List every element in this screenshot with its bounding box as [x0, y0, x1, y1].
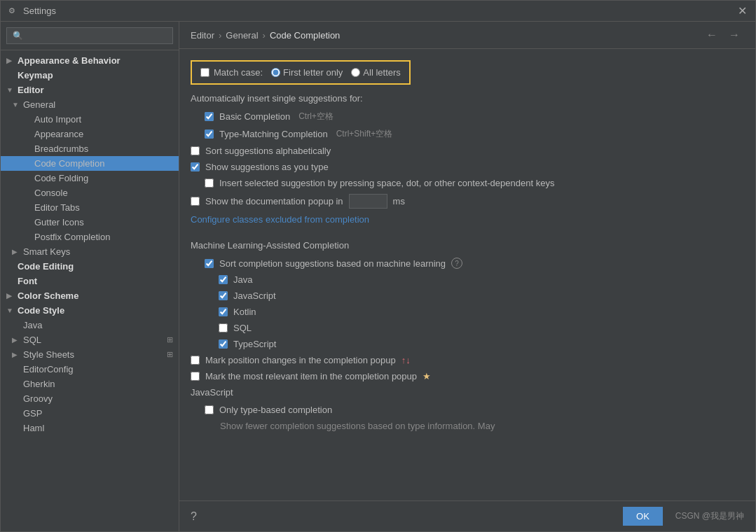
sidebar-item-editorconfig[interactable]: EditorConfig — [1, 362, 179, 377]
search-box — [1, 22, 179, 50]
all-letters-radio[interactable] — [351, 68, 360, 77]
sidebar-item-haml[interactable]: Haml — [1, 421, 179, 435]
right-panel: Editor › General › Code Completion ← → — [179, 22, 755, 531]
sidebar-item-sql[interactable]: ▶ SQL ⊞ — [1, 332, 179, 347]
ml-language-options: Java JavaScript Kotlin — [205, 274, 744, 349]
watermark-text: CSGN @我是男神 — [675, 510, 744, 522]
star-icon: ★ — [422, 371, 431, 382]
typescript-checkbox[interactable] — [219, 340, 228, 349]
sidebar-item-font[interactable]: Font — [1, 274, 179, 288]
first-letter-only-radio-label[interactable]: First letter only — [271, 67, 343, 78]
doc-popup-value-input[interactable]: 1000 — [349, 194, 387, 209]
basic-completion-row-wrapper: Basic Completion Ctrl+空格 这里去掉勾选即可 ↗ — [205, 111, 744, 122]
sql-row: SQL — [219, 323, 744, 333]
close-button[interactable]: ✕ — [735, 4, 750, 18]
ok-button[interactable]: OK — [623, 507, 663, 526]
match-case-section: Match case: First letter only All letter… — [191, 60, 411, 85]
sort-ml-help-icon[interactable]: ? — [451, 258, 462, 269]
only-type-checkbox[interactable] — [205, 405, 214, 414]
match-case-checkbox-label[interactable]: Match case: — [200, 67, 263, 78]
insert-selected-checkbox[interactable] — [205, 178, 214, 188]
sidebar-item-console[interactable]: Console — [1, 186, 179, 200]
panel-header: Editor › General › Code Completion ← → — [179, 22, 755, 49]
sidebar-item-editor-tabs[interactable]: Editor Tabs — [1, 200, 179, 215]
javascript-checkbox[interactable] — [219, 291, 228, 300]
ml-section-header: Machine Learning-Assisted Completion — [191, 240, 744, 251]
sidebar-item-code-completion[interactable]: Code Completion — [1, 156, 179, 171]
sidebar: ▶ Appearance & Behavior Keymap ▼ Editor … — [1, 22, 179, 531]
title-bar: ⚙ Settings ✕ — [1, 1, 755, 22]
expand-icon: ▼ — [6, 86, 15, 94]
expand-icon: ▼ — [6, 307, 15, 314]
show-suggestions-row: Show suggestions as you type — [191, 162, 744, 172]
app-icon: ⚙ — [6, 6, 18, 17]
js-options: Only type-based completion Show fewer co… — [191, 405, 744, 431]
sidebar-item-keymap[interactable]: Keymap — [1, 68, 179, 83]
show-suggestions-checkbox[interactable] — [191, 162, 200, 172]
breadcrumb-code-completion: Code Completion — [270, 30, 340, 41]
sort-alpha-row: Sort suggestions alphabetically — [191, 146, 744, 156]
sidebar-item-general[interactable]: ▼ General — [1, 97, 179, 112]
sidebar-item-appearance[interactable]: Appearance — [1, 127, 179, 141]
breadcrumb-editor: Editor — [191, 30, 214, 41]
expand-icon: ▶ — [12, 351, 20, 358]
position-arrow-icon: ↑↓ — [401, 355, 411, 365]
settings-window: ⚙ Settings ✕ ▶ Appearance & Behavior Key… — [0, 0, 756, 532]
basic-completion-checkbox[interactable] — [205, 112, 214, 121]
sidebar-item-gherkin[interactable]: Gherkin — [1, 377, 179, 391]
breadcrumb-general: General — [226, 30, 258, 41]
mark-relevant-row: Mark the most relevant item in the compl… — [191, 371, 744, 382]
sql-checkbox[interactable] — [219, 323, 228, 332]
expand-icon: ▶ — [12, 248, 20, 255]
expand-icon: ▼ — [12, 101, 20, 108]
insert-selected-row: Insert selected suggestion by pressing s… — [205, 178, 744, 188]
type-matching-checkbox[interactable] — [205, 130, 214, 139]
breadcrumb-sep2: › — [263, 30, 266, 41]
help-button[interactable]: ? — [191, 510, 197, 523]
sidebar-item-gsp[interactable]: GSP — [1, 406, 179, 421]
show-doc-popup-checkbox[interactable] — [191, 197, 200, 206]
breadcrumb-sep1: › — [219, 30, 221, 41]
java-checkbox[interactable] — [219, 275, 228, 284]
insert-selected-block: Insert selected suggestion by pressing s… — [191, 178, 744, 188]
search-input[interactable] — [6, 27, 173, 44]
mark-position-checkbox[interactable] — [191, 356, 200, 365]
nav-buttons: ← → — [702, 27, 744, 43]
sidebar-item-breadcrumbs[interactable]: Breadcrumbs — [1, 141, 179, 156]
auto-insert-options: Basic Completion Ctrl+空格 这里去掉勾选即可 ↗ Type… — [191, 111, 744, 140]
sidebar-item-code-style[interactable]: ▼ Code Style — [1, 303, 179, 318]
panel-body: Match case: First letter only All letter… — [179, 49, 755, 500]
match-case-checkbox[interactable] — [200, 68, 209, 77]
sidebar-item-java[interactable]: Java — [1, 318, 179, 332]
kotlin-checkbox[interactable] — [219, 307, 228, 316]
first-letter-only-radio[interactable] — [271, 68, 280, 77]
sidebar-item-gutter-icons[interactable]: Gutter Icons — [1, 215, 179, 230]
sidebar-tree: ▶ Appearance & Behavior Keymap ▼ Editor … — [1, 50, 179, 531]
configure-classes-link[interactable]: Configure classes excluded from completi… — [191, 214, 369, 225]
typescript-row: TypeScript — [219, 339, 744, 349]
nav-back-button[interactable]: ← — [702, 27, 722, 43]
sidebar-item-groovy[interactable]: Groovy — [1, 391, 179, 406]
show-fewer-label: Show fewer completion suggestions based … — [205, 421, 744, 431]
sort-ml-checkbox[interactable] — [205, 259, 214, 268]
ml-options: Sort completion suggestions based on mac… — [191, 258, 744, 349]
sidebar-item-color-scheme[interactable]: ▶ Color Scheme — [1, 288, 179, 303]
mark-relevant-checkbox[interactable] — [191, 372, 200, 381]
sidebar-item-auto-import[interactable]: Auto Import — [1, 112, 179, 127]
main-content: ▶ Appearance & Behavior Keymap ▼ Editor … — [1, 22, 755, 531]
sidebar-item-appearance-behavior[interactable]: ▶ Appearance & Behavior — [1, 53, 179, 68]
basic-completion-row: Basic Completion Ctrl+空格 — [205, 111, 744, 122]
window-title: Settings — [23, 6, 735, 16]
sort-alpha-checkbox[interactable] — [191, 146, 200, 155]
nav-forward-button[interactable]: → — [724, 27, 744, 43]
expand-icon: ▶ — [12, 336, 20, 344]
sidebar-item-style-sheets[interactable]: ▶ Style Sheets ⊞ — [1, 347, 179, 362]
sidebar-item-smart-keys[interactable]: ▶ Smart Keys — [1, 244, 179, 259]
sidebar-item-editor[interactable]: ▼ Editor — [1, 83, 179, 97]
sidebar-item-code-editing[interactable]: Code Editing — [1, 259, 179, 274]
sidebar-item-postfix-completion[interactable]: Postfix Completion — [1, 230, 179, 244]
sidebar-item-code-folding[interactable]: Code Folding — [1, 171, 179, 186]
sort-ml-row: Sort completion suggestions based on mac… — [205, 258, 744, 269]
panel-body-inner: Match case: First letter only All letter… — [191, 60, 744, 431]
all-letters-radio-label[interactable]: All letters — [351, 67, 400, 78]
